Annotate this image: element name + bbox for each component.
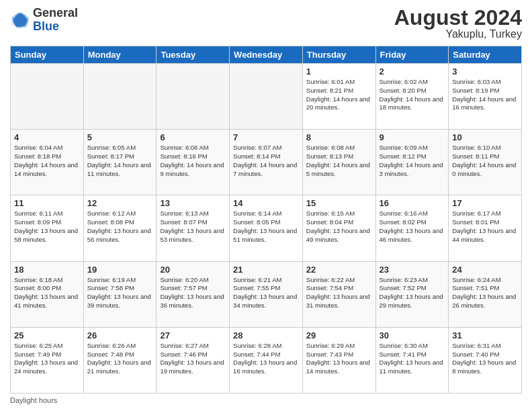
- day-info: Sunrise: 6:20 AM Sunset: 7:57 PM Dayligh…: [160, 276, 226, 310]
- day-number: 4: [14, 132, 80, 142]
- day-info: Sunrise: 6:10 AM Sunset: 8:11 PM Dayligh…: [452, 144, 518, 178]
- location: Yakuplu, Turkey: [394, 28, 522, 40]
- day-number: 21: [233, 265, 299, 275]
- calendar-cell: 2Sunrise: 6:02 AM Sunset: 8:20 PM Daylig…: [375, 64, 449, 130]
- weekday-header-row: SundayMondayTuesdayWednesdayThursdayFrid…: [11, 46, 522, 64]
- calendar-cell: 12Sunrise: 6:12 AM Sunset: 8:08 PM Dayli…: [83, 195, 157, 261]
- day-info: Sunrise: 6:21 AM Sunset: 7:55 PM Dayligh…: [233, 276, 299, 310]
- day-info: Sunrise: 6:11 AM Sunset: 8:09 PM Dayligh…: [14, 210, 80, 244]
- logo-icon: [10, 10, 30, 30]
- title-block: August 2024 Yakuplu, Turkey: [394, 7, 522, 40]
- day-number: 24: [452, 265, 518, 275]
- calendar-cell: 1Sunrise: 6:01 AM Sunset: 8:21 PM Daylig…: [302, 64, 375, 130]
- day-number: 1: [306, 66, 372, 77]
- calendar-cell: [157, 64, 230, 130]
- day-number: 31: [452, 330, 518, 340]
- calendar-cell: 30Sunrise: 6:30 AM Sunset: 7:41 PM Dayli…: [375, 327, 449, 393]
- day-number: 10: [452, 132, 518, 142]
- calendar-cell: 26Sunrise: 6:26 AM Sunset: 7:48 PM Dayli…: [83, 327, 157, 393]
- day-number: 28: [233, 330, 299, 340]
- calendar-cell: 13Sunrise: 6:13 AM Sunset: 8:07 PM Dayli…: [157, 195, 230, 261]
- calendar-cell: 7Sunrise: 6:07 AM Sunset: 8:14 PM Daylig…: [230, 130, 303, 195]
- day-info: Sunrise: 6:25 AM Sunset: 7:49 PM Dayligh…: [14, 342, 80, 376]
- day-info: Sunrise: 6:18 AM Sunset: 8:00 PM Dayligh…: [14, 276, 80, 310]
- day-number: 25: [14, 330, 80, 340]
- footer-note: Daylight hours: [10, 396, 522, 404]
- day-info: Sunrise: 6:13 AM Sunset: 8:07 PM Dayligh…: [160, 210, 226, 244]
- day-number: 2: [380, 66, 445, 77]
- day-info: Sunrise: 6:08 AM Sunset: 8:13 PM Dayligh…: [306, 144, 372, 178]
- week-row-4: 18Sunrise: 6:18 AM Sunset: 8:00 PM Dayli…: [11, 261, 522, 327]
- day-info: Sunrise: 6:19 AM Sunset: 7:58 PM Dayligh…: [87, 276, 153, 310]
- weekday-header-friday: Friday: [375, 46, 449, 64]
- day-info: Sunrise: 6:28 AM Sunset: 7:44 PM Dayligh…: [233, 342, 299, 376]
- day-number: 3: [452, 66, 518, 77]
- logo-general-text: General: [33, 6, 78, 19]
- day-info: Sunrise: 6:29 AM Sunset: 7:43 PM Dayligh…: [306, 342, 372, 376]
- weekday-header-thursday: Thursday: [302, 46, 375, 64]
- calendar-cell: 5Sunrise: 6:05 AM Sunset: 8:17 PM Daylig…: [83, 130, 157, 195]
- day-number: 18: [14, 265, 80, 275]
- weekday-header-saturday: Saturday: [449, 46, 522, 64]
- calendar-cell: 22Sunrise: 6:22 AM Sunset: 7:54 PM Dayli…: [302, 261, 375, 327]
- calendar-cell: 19Sunrise: 6:19 AM Sunset: 7:58 PM Dayli…: [83, 261, 157, 327]
- day-number: 14: [233, 198, 299, 208]
- calendar-cell: [11, 64, 84, 130]
- day-info: Sunrise: 6:06 AM Sunset: 8:16 PM Dayligh…: [160, 144, 226, 178]
- calendar-cell: [230, 64, 303, 130]
- day-number: 6: [160, 132, 226, 142]
- day-number: 30: [380, 330, 445, 340]
- calendar-cell: 21Sunrise: 6:21 AM Sunset: 7:55 PM Dayli…: [230, 261, 303, 327]
- day-info: Sunrise: 6:26 AM Sunset: 7:48 PM Dayligh…: [87, 342, 153, 376]
- logo-blue-text: Blue: [33, 19, 59, 33]
- day-number: 7: [233, 132, 299, 142]
- month-year: August 2024: [394, 7, 522, 28]
- day-number: 27: [160, 330, 226, 340]
- day-info: Sunrise: 6:15 AM Sunset: 8:04 PM Dayligh…: [306, 210, 372, 244]
- day-info: Sunrise: 6:16 AM Sunset: 8:02 PM Dayligh…: [380, 210, 445, 244]
- day-number: 9: [380, 132, 445, 142]
- weekday-header-wednesday: Wednesday: [230, 46, 303, 64]
- week-row-1: 1Sunrise: 6:01 AM Sunset: 8:21 PM Daylig…: [11, 64, 522, 130]
- week-row-3: 11Sunrise: 6:11 AM Sunset: 8:09 PM Dayli…: [11, 195, 522, 261]
- calendar-cell: 4Sunrise: 6:04 AM Sunset: 8:18 PM Daylig…: [11, 130, 84, 195]
- day-number: 5: [87, 132, 153, 142]
- calendar-cell: 16Sunrise: 6:16 AM Sunset: 8:02 PM Dayli…: [375, 195, 449, 261]
- day-info: Sunrise: 6:27 AM Sunset: 7:46 PM Dayligh…: [160, 342, 226, 376]
- calendar-cell: 27Sunrise: 6:27 AM Sunset: 7:46 PM Dayli…: [157, 327, 230, 393]
- calendar-cell: 3Sunrise: 6:03 AM Sunset: 8:19 PM Daylig…: [449, 64, 522, 130]
- day-number: 23: [380, 265, 445, 275]
- calendar-table: SundayMondayTuesdayWednesdayThursdayFrid…: [10, 46, 522, 394]
- day-info: Sunrise: 6:03 AM Sunset: 8:19 PM Dayligh…: [452, 78, 518, 112]
- calendar-cell: 10Sunrise: 6:10 AM Sunset: 8:11 PM Dayli…: [449, 130, 522, 195]
- day-info: Sunrise: 6:05 AM Sunset: 8:17 PM Dayligh…: [87, 144, 153, 178]
- calendar-cell: 6Sunrise: 6:06 AM Sunset: 8:16 PM Daylig…: [157, 130, 230, 195]
- day-number: 12: [87, 198, 153, 208]
- page: General Blue August 2024 Yakuplu, Turkey…: [0, 0, 532, 411]
- day-number: 29: [306, 330, 372, 340]
- weekday-header-tuesday: Tuesday: [157, 46, 230, 64]
- day-number: 20: [160, 265, 226, 275]
- calendar-cell: 15Sunrise: 6:15 AM Sunset: 8:04 PM Dayli…: [302, 195, 375, 261]
- day-info: Sunrise: 6:22 AM Sunset: 7:54 PM Dayligh…: [306, 276, 372, 310]
- day-info: Sunrise: 6:12 AM Sunset: 8:08 PM Dayligh…: [87, 210, 153, 244]
- day-info: Sunrise: 6:14 AM Sunset: 8:05 PM Dayligh…: [233, 210, 299, 244]
- calendar-cell: 17Sunrise: 6:17 AM Sunset: 8:01 PM Dayli…: [449, 195, 522, 261]
- day-number: 17: [452, 198, 518, 208]
- day-number: 26: [87, 330, 153, 340]
- logo: General Blue: [10, 7, 78, 34]
- calendar-cell: 18Sunrise: 6:18 AM Sunset: 8:00 PM Dayli…: [11, 261, 84, 327]
- day-info: Sunrise: 6:17 AM Sunset: 8:01 PM Dayligh…: [452, 210, 518, 244]
- weekday-header-monday: Monday: [83, 46, 157, 64]
- day-number: 16: [380, 198, 445, 208]
- day-info: Sunrise: 6:09 AM Sunset: 8:12 PM Dayligh…: [380, 144, 445, 178]
- day-info: Sunrise: 6:02 AM Sunset: 8:20 PM Dayligh…: [380, 78, 445, 112]
- calendar-cell: 31Sunrise: 6:31 AM Sunset: 7:40 PM Dayli…: [449, 327, 522, 393]
- calendar-cell: 11Sunrise: 6:11 AM Sunset: 8:09 PM Dayli…: [11, 195, 84, 261]
- calendar-cell: 20Sunrise: 6:20 AM Sunset: 7:57 PM Dayli…: [157, 261, 230, 327]
- header: General Blue August 2024 Yakuplu, Turkey: [10, 7, 522, 40]
- calendar-cell: 9Sunrise: 6:09 AM Sunset: 8:12 PM Daylig…: [375, 130, 449, 195]
- day-number: 15: [306, 198, 372, 208]
- day-number: 22: [306, 265, 372, 275]
- week-row-5: 25Sunrise: 6:25 AM Sunset: 7:49 PM Dayli…: [11, 327, 522, 393]
